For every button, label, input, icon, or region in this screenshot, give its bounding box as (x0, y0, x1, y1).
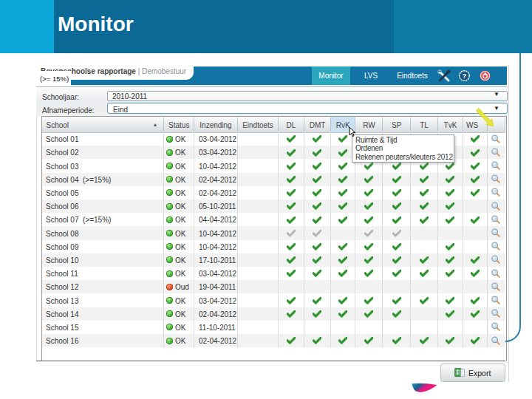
svg-text:?: ? (463, 72, 467, 80)
